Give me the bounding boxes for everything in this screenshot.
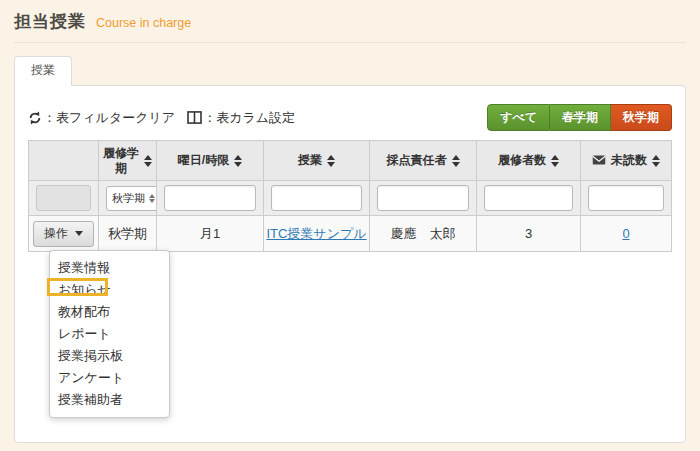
- cell-semester: 秋学期: [99, 216, 157, 252]
- column-settings-icon[interactable]: [187, 111, 202, 124]
- filter-spring-button[interactable]: 春学期: [550, 104, 611, 131]
- menu-item-materials[interactable]: 教材配布: [50, 301, 169, 323]
- caret-down-icon: [75, 231, 83, 236]
- menu-item-announcements[interactable]: お知らせ: [50, 279, 169, 301]
- content-panel: ：表フィルタークリア ：表カラム設定 すべて 春学期 秋学期 履修学期: [14, 85, 686, 443]
- toolbar-legend: ：表フィルタークリア ：表カラム設定: [28, 109, 295, 127]
- tab-courses[interactable]: 授業: [14, 56, 72, 86]
- sort-icon: [144, 155, 152, 167]
- action-dropdown-menu: 授業情報 お知らせ 教材配布 レポート 授業掲示板 アンケート 授業補助者: [49, 250, 170, 418]
- header-course[interactable]: 授業: [264, 141, 370, 181]
- header-day-period-label: 曜日/時限: [178, 153, 229, 168]
- filter-fall-button[interactable]: 秋学期: [611, 104, 672, 131]
- menu-item-course-assistants[interactable]: 授業補助者: [50, 389, 169, 411]
- page-subtitle: Course in charge: [96, 16, 191, 30]
- column-settings-label: ：表カラム設定: [203, 109, 295, 127]
- page-title: 担当授業: [14, 12, 86, 31]
- sort-icon: [551, 155, 559, 167]
- filter-unread-input[interactable]: [588, 185, 664, 211]
- action-dropdown-button[interactable]: 操作: [33, 221, 94, 247]
- toolbar: ：表フィルタークリア ：表カラム設定 すべて 春学期 秋学期: [28, 104, 672, 131]
- header-semester-label: 履修学期: [103, 146, 139, 176]
- sort-icon: [452, 155, 460, 167]
- header-divider: [14, 42, 686, 43]
- table-header-row: 履修学期 曜日/時限 授業 採点責任者 履修者数: [29, 141, 672, 181]
- header-semester[interactable]: 履修学期: [99, 141, 157, 181]
- filter-grader-input[interactable]: [377, 185, 469, 211]
- header-grader[interactable]: 採点責任者: [370, 141, 477, 181]
- filter-row: 秋学期: [29, 181, 672, 216]
- filter-all-button[interactable]: すべて: [487, 104, 550, 131]
- header-day-period[interactable]: 曜日/時限: [157, 141, 264, 181]
- courses-table: 履修学期 曜日/時限 授業 採点責任者 履修者数: [28, 140, 672, 252]
- menu-item-course-board[interactable]: 授業掲示板: [50, 345, 169, 367]
- menu-item-announcements-label: お知らせ: [58, 282, 111, 297]
- course-row: 操作 秋学期 月1 ITC授業サンプル 慶應 太郎 3 0: [29, 216, 672, 252]
- cell-enrolled: 3: [477, 216, 581, 252]
- refresh-icon[interactable]: [28, 111, 42, 125]
- filter-course-input[interactable]: [271, 185, 362, 211]
- filter-semester-value: 秋学期: [112, 191, 145, 206]
- mail-icon: [592, 154, 606, 168]
- select-arrows-icon: [149, 194, 155, 203]
- cell-grader: 慶應 太郎: [370, 216, 477, 252]
- header-enrolled-label: 履修者数: [498, 153, 546, 168]
- header-actions: [29, 141, 99, 181]
- course-link[interactable]: ITC授業サンプル: [266, 226, 366, 241]
- unread-count-link[interactable]: 0: [622, 226, 629, 241]
- filter-semester-select[interactable]: 秋学期: [106, 186, 160, 211]
- header-unread[interactable]: 未読数: [581, 141, 672, 181]
- header-grader-label: 採点責任者: [387, 153, 447, 168]
- menu-item-reports[interactable]: レポート: [50, 323, 169, 345]
- page-header: 担当授業Course in charge: [0, 0, 700, 33]
- header-unread-label: 未読数: [611, 153, 647, 168]
- menu-item-survey[interactable]: アンケート: [50, 367, 169, 389]
- sort-icon: [234, 155, 242, 167]
- semester-filter-group: すべて 春学期 秋学期: [487, 104, 672, 131]
- sort-icon: [652, 155, 660, 167]
- header-course-label: 授業: [298, 153, 322, 168]
- cell-day-period: 月1: [157, 216, 264, 252]
- header-enrolled[interactable]: 履修者数: [477, 141, 581, 181]
- filter-enrolled-input[interactable]: [484, 185, 573, 211]
- filter-actions-input: [36, 185, 91, 211]
- filter-day-period-input[interactable]: [164, 185, 256, 211]
- action-dropdown-label: 操作: [44, 225, 68, 242]
- filter-clear-label: ：表フィルタークリア: [43, 109, 175, 127]
- menu-item-course-info[interactable]: 授業情報: [50, 257, 169, 279]
- sort-icon: [327, 155, 335, 167]
